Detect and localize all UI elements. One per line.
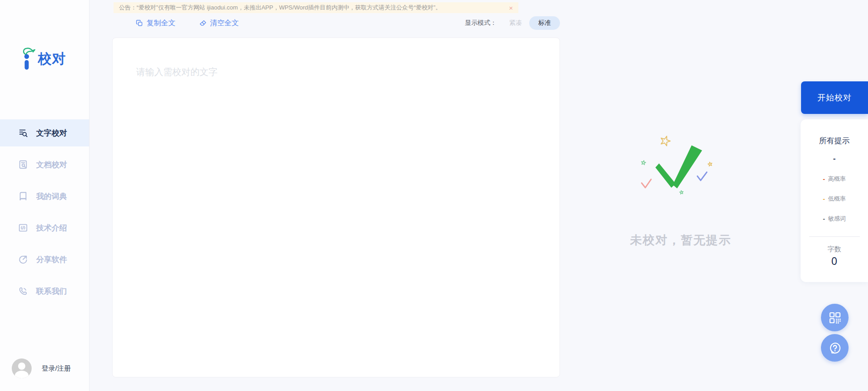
copy-icon	[136, 19, 143, 27]
announcement-bar: 公告：“爱校对”仅有唯一官方网站 ijiaodui.com，未推出APP，WPS…	[114, 2, 518, 13]
sidebar-nav: 文字校对 文档校对 我的词典 技术介绍 分享软件	[0, 119, 89, 309]
copy-all-button[interactable]: 复制全文	[136, 19, 175, 28]
stats-card: 所有提示 - - 高概率 - 低概率 - 敏感词 字数 0	[801, 119, 868, 282]
sidebar-item-label: 我的词典	[36, 191, 67, 202]
legend-item-high: - 高概率	[801, 175, 868, 183]
low-probability-label: 低概率	[828, 195, 846, 203]
hint-legend: - 高概率 - 低概率 - 敏感词	[801, 175, 868, 223]
empty-result-text: 未校对，暂无提示	[602, 232, 760, 248]
mode-compact-button[interactable]: 紧凑	[509, 19, 522, 27]
result-empty-state: 未校对，暂无提示	[602, 130, 760, 248]
sidebar-item-label: 分享软件	[36, 254, 67, 265]
tech-intro-icon	[18, 223, 28, 233]
start-proofread-button[interactable]: 开始校对	[801, 81, 868, 114]
checkmark-illustration	[622, 130, 740, 221]
text-proofread-icon	[18, 128, 28, 138]
sidebar-item-tech-intro[interactable]: 技术介绍	[0, 214, 89, 241]
sidebar-item-share[interactable]: 分享软件	[0, 246, 89, 273]
close-icon[interactable]: ×	[509, 5, 513, 11]
legend-item-sensitive: - 敏感词	[801, 215, 868, 223]
copy-all-label: 复制全文	[147, 19, 175, 28]
low-probability-dash: -	[823, 195, 825, 203]
help-button[interactable]	[821, 334, 849, 362]
sidebar-item-label: 文档校对	[36, 160, 67, 170]
sidebar-item-text-proofread[interactable]: 文字校对	[0, 119, 89, 146]
clear-all-button[interactable]: 清空全文	[199, 19, 239, 28]
share-icon	[18, 254, 28, 264]
all-hints-value: -	[801, 154, 868, 163]
divider	[809, 236, 860, 237]
contact-icon	[18, 286, 28, 296]
sensitive-words-label: 敏感词	[828, 215, 846, 223]
login-register[interactable]: 登录/注册	[12, 358, 71, 378]
help-icon	[828, 341, 842, 355]
sidebar-item-label: 文字校对	[36, 128, 67, 138]
editor-toolbar: 复制全文 清空全文 显示模式： 紧凑 标准	[112, 15, 560, 31]
sensitive-words-dash: -	[823, 215, 825, 222]
doc-proofread-icon	[18, 160, 28, 170]
high-probability-label: 高概率	[828, 175, 846, 183]
legend-item-low: - 低概率	[801, 195, 868, 203]
eraser-icon	[199, 19, 207, 27]
qr-code-icon	[828, 311, 842, 325]
high-probability-dash: -	[823, 175, 825, 183]
sidebar-item-doc-proofread[interactable]: 文档校对	[0, 151, 89, 178]
word-count-value: 0	[801, 255, 868, 268]
logo-text: 校对	[38, 50, 66, 68]
all-hints-label: 所有提示	[801, 136, 868, 146]
sidebar-item-dictionary[interactable]: 我的词典	[0, 183, 89, 210]
editor-panel	[112, 38, 560, 377]
sidebar-item-label: 联系我们	[36, 286, 67, 297]
sidebar: 校对 文字校对 文档校对 我的词典 技术介绍	[0, 0, 90, 391]
app-logo[interactable]: 校对	[20, 47, 66, 71]
proofread-text-input[interactable]	[113, 38, 560, 377]
qr-code-button[interactable]	[821, 304, 849, 331]
display-mode-label: 显示模式：	[465, 19, 497, 27]
sidebar-item-label: 技术介绍	[36, 223, 67, 233]
logo-bird-icon	[20, 47, 37, 71]
mode-standard-button[interactable]: 标准	[529, 16, 560, 30]
dictionary-icon	[18, 191, 28, 201]
word-count-label: 字数	[801, 245, 868, 254]
clear-all-label: 清空全文	[210, 19, 239, 28]
avatar	[12, 358, 32, 378]
announcement-text: 公告：“爱校对”仅有唯一官方网站 ijiaodui.com，未推出APP，WPS…	[119, 4, 505, 12]
sidebar-item-contact[interactable]: 联系我们	[0, 278, 89, 305]
login-label: 登录/注册	[42, 364, 71, 373]
